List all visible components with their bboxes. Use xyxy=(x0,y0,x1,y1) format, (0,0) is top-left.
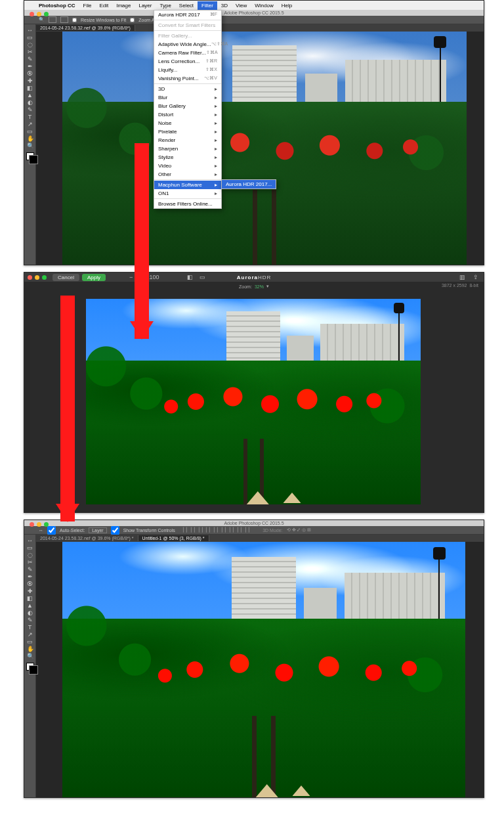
aurora-canvas[interactable] xyxy=(24,291,484,512)
filter-browse[interactable]: Browse Filters Online... xyxy=(154,200,221,208)
menu-layer[interactable]: Layer xyxy=(135,1,156,10)
menu-filter[interactable]: Filter xyxy=(198,1,217,10)
filter-adaptive[interactable]: Adaptive Wide Angle...⌥⇧⌘A xyxy=(154,40,221,49)
filter-other[interactable]: Other▸ xyxy=(154,170,221,179)
filter-sharpen[interactable]: Sharpen▸ xyxy=(154,144,221,153)
marquee-tool[interactable]: ▭ xyxy=(27,34,33,41)
minimize-icon[interactable] xyxy=(35,275,39,280)
brush-tool[interactable]: ✒ xyxy=(27,63,33,70)
dodge-tool[interactable]: ◐ xyxy=(27,99,33,106)
menu-image[interactable]: Image xyxy=(112,1,135,10)
zoom-icon[interactable] xyxy=(44,522,49,527)
color-swatches[interactable] xyxy=(26,152,34,160)
transform-checkbox[interactable] xyxy=(111,526,119,535)
resize-windows-checkbox[interactable] xyxy=(72,18,77,22)
menu-help[interactable]: Help xyxy=(278,1,296,10)
type-tool[interactable]: T xyxy=(27,624,33,631)
path-tool[interactable]: ↗ xyxy=(27,631,33,638)
document-tab-b[interactable]: Untitled-1 @ 50% (3, RGB/8) * xyxy=(138,535,209,541)
window-controls[interactable] xyxy=(26,10,52,18)
shape-tool[interactable]: ▭ xyxy=(27,638,33,645)
zoom-icon[interactable] xyxy=(44,12,49,16)
menu-edit[interactable]: Edit xyxy=(95,1,112,10)
canvas[interactable] xyxy=(36,542,484,797)
zoom-out-icon[interactable] xyxy=(60,16,68,23)
zoom-value[interactable]: 32% xyxy=(255,284,264,289)
app-menu[interactable]: Photoshop CC xyxy=(35,1,79,10)
menu-3d[interactable]: 3D xyxy=(217,1,232,10)
menu-file[interactable]: File xyxy=(79,1,96,10)
filter-macphun[interactable]: Macphun Software▸ Aurora HDR 2017... xyxy=(154,181,221,189)
menu-type[interactable]: Type xyxy=(156,1,175,10)
filter-video[interactable]: Video▸ xyxy=(154,162,221,170)
document-tab-a[interactable]: 2014-05-24 23.58.32.nef @ 39.6% (RGB/8*)… xyxy=(36,535,138,541)
move-tool[interactable]: ↔ xyxy=(27,537,33,544)
canvas[interactable] xyxy=(36,32,484,265)
histogram-icon[interactable]: ▥ xyxy=(459,274,465,280)
window-controls[interactable] xyxy=(26,520,52,529)
minimize-icon[interactable] xyxy=(37,522,41,527)
path-tool[interactable]: ↗ xyxy=(27,121,33,127)
marquee-tool[interactable]: ▭ xyxy=(27,544,33,551)
close-icon[interactable] xyxy=(30,522,34,527)
filter-pixelate[interactable]: Pixelate▸ xyxy=(154,127,221,136)
filter-3d[interactable]: 3D▸ xyxy=(154,85,221,93)
filter-blur[interactable]: Blur▸ xyxy=(154,93,221,102)
filter-lens[interactable]: Lens Correction...⇧⌘R xyxy=(154,57,221,66)
lasso-tool[interactable]: ◌ xyxy=(27,552,33,558)
submenu-aurora-hdr[interactable]: Aurora HDR 2017... xyxy=(222,180,276,188)
move-tool[interactable]: ↔ xyxy=(27,27,33,33)
blur-tool[interactable]: ▲ xyxy=(27,602,33,609)
color-swatches[interactable] xyxy=(26,663,34,671)
filter-liquify[interactable]: Liquify...⇧⌘X xyxy=(154,66,221,74)
apply-button[interactable]: Apply xyxy=(82,274,106,281)
clone-tool[interactable]: ✚ xyxy=(27,588,33,594)
menu-select[interactable]: Select xyxy=(175,1,198,10)
gradient-tool[interactable]: ◧ xyxy=(27,595,33,602)
hand-tool[interactable]: ✋ xyxy=(27,135,33,142)
gradient-tool[interactable]: ◧ xyxy=(27,85,33,91)
zoom-all-checkbox[interactable] xyxy=(130,18,135,22)
filter-on1[interactable]: ON1▸ xyxy=(154,189,221,198)
filter-camera-raw[interactable]: Camera Raw Filter...⇧⌘A xyxy=(154,49,221,57)
pen-tool[interactable]: ✎ xyxy=(27,106,33,113)
filter-last[interactable]: Aurora HDR 2017⌘F xyxy=(154,11,221,19)
zoom-100-button[interactable]: 100 xyxy=(150,274,159,280)
hand-tool[interactable]: ✋ xyxy=(27,646,33,652)
type-tool[interactable]: T xyxy=(27,114,33,120)
compare-icon[interactable]: ◧ xyxy=(187,274,193,280)
brush-tool[interactable]: ✒ xyxy=(27,573,33,580)
shape-tool[interactable]: ▭ xyxy=(27,128,33,135)
preview-icon[interactable]: ▭ xyxy=(200,274,205,280)
document-tab[interactable]: 2014-05-24 23.58.32.nef @ 39.6% (RGB/8*) xyxy=(36,25,135,31)
window-controls[interactable] xyxy=(24,274,50,281)
menu-view[interactable]: View xyxy=(232,1,251,10)
filter-distort[interactable]: Distort▸ xyxy=(154,110,221,119)
export-icon[interactable]: ⇪ xyxy=(473,274,478,280)
close-icon[interactable] xyxy=(30,12,34,16)
clone-tool[interactable]: ✚ xyxy=(27,77,33,84)
zoom-tool[interactable]: 🔍 xyxy=(27,143,33,149)
menu-window[interactable]: Window xyxy=(251,1,277,10)
filter-blur-gal[interactable]: Blur Gallery▸ xyxy=(154,102,221,110)
eyedropper-tool[interactable]: ✎ xyxy=(27,566,33,573)
filter-vanishing[interactable]: Vanishing Point...⌥⌘V xyxy=(154,74,221,83)
filter-stylize[interactable]: Stylize▸ xyxy=(154,153,221,162)
crop-tool[interactable]: ✂ xyxy=(27,559,33,565)
lasso-tool[interactable]: ◌ xyxy=(27,41,33,48)
filter-noise[interactable]: Noise▸ xyxy=(154,119,221,127)
healing-tool[interactable]: ⦿ xyxy=(27,70,33,77)
pen-tool[interactable]: ✎ xyxy=(27,617,33,623)
zoom-icon[interactable] xyxy=(42,275,47,280)
filter-render[interactable]: Render▸ xyxy=(154,136,221,144)
crop-tool[interactable]: ✂ xyxy=(27,49,33,55)
auto-select-target[interactable]: Layer xyxy=(89,527,107,533)
blur-tool[interactable]: ▲ xyxy=(27,92,33,99)
close-icon[interactable] xyxy=(28,275,32,280)
dodge-tool[interactable]: ◐ xyxy=(27,609,33,616)
minimize-icon[interactable] xyxy=(37,12,41,16)
zoom-out-button[interactable]: − xyxy=(129,274,133,280)
zoom-tool[interactable]: 🔍 xyxy=(27,653,33,659)
healing-tool[interactable]: ⦿ xyxy=(27,581,33,587)
eyedropper-tool[interactable]: ✎ xyxy=(27,56,33,62)
